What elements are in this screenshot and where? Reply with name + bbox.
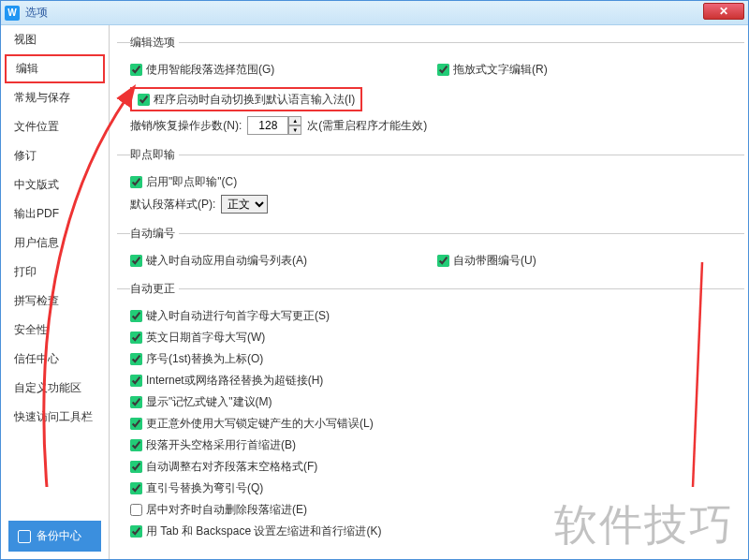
label-autocorrect-4: 显示"记忆式键入"建议(M) (146, 393, 272, 410)
group-auto-correct: 自动更正 键入时自动进行句首字母大写更正(S)英文日期首字母大写(W)序号(1s… (117, 281, 744, 544)
window-body: 视图编辑常规与保存文件位置修订中文版式输出PDF用户信息打印拼写检查安全性信任中… (1, 25, 748, 559)
checkbox-autocorrect-8[interactable]: 直引号替换为弯引号(Q) (130, 479, 263, 496)
backup-icon (18, 530, 31, 543)
checkbox-autocorrect-3[interactable]: Internet或网络路径替换为超链接(H) (130, 372, 323, 389)
sidebar: 视图编辑常规与保存文件位置修订中文版式输出PDF用户信息打印拼写检查安全性信任中… (1, 25, 110, 559)
sidebar-item-9[interactable]: 拼写检查 (1, 287, 109, 316)
label-autocorrect-6: 段落开头空格采用行首缩进(B) (146, 436, 296, 453)
undo-steps-spinner[interactable]: ▲ ▼ (247, 116, 301, 135)
group-title: 即点即输 (130, 147, 179, 163)
content-pane: 编辑选项 使用智能段落选择范围(G) 拖放式文字编辑(R) 程序启动时自动切换到… (110, 25, 748, 559)
checkbox-circle-number[interactable]: 自动带圈编号(U) (437, 252, 536, 269)
sidebar-item-0[interactable]: 视图 (1, 25, 109, 54)
sidebar-item-5[interactable]: 中文版式 (1, 170, 109, 199)
checkbox-auto-switch-ime[interactable]: 程序启动时自动切换到默认语言输入法(I) (130, 87, 362, 111)
group-auto-number: 自动编号 键入时自动应用自动编号列表(A) 自动带圈编号(U) (117, 226, 744, 273)
spin-down[interactable]: ▼ (288, 125, 301, 135)
group-title: 编辑选项 (130, 35, 179, 51)
label-undo-prefix: 撤销/恢复操作步数(N): (130, 117, 242, 134)
select-default-style[interactable]: 正文 (221, 195, 268, 214)
sidebar-item-6[interactable]: 输出PDF (1, 199, 109, 228)
label-autocorrect-0: 键入时自动进行句首字母大写更正(S) (146, 307, 330, 324)
checkbox-drag-edit[interactable]: 拖放式文字编辑(R) (437, 61, 548, 78)
sidebar-item-2[interactable]: 常规与保存 (1, 83, 109, 112)
checkbox-autocorrect-7[interactable]: 自动调整右对齐段落末空格格式(F) (130, 458, 317, 475)
label-undo-suffix: 次(需重启程序才能生效) (307, 117, 427, 134)
label-autocorrect-5: 更正意外使用大写锁定键产生的大小写错误(L) (146, 415, 374, 432)
close-button[interactable]: ✕ (703, 3, 744, 20)
label-autocorrect-3: Internet或网络路径替换为超链接(H) (146, 372, 323, 389)
checkbox-autocorrect-1[interactable]: 英文日期首字母大写(W) (130, 329, 265, 346)
label-smart-range: 使用智能段落选择范围(G) (146, 61, 274, 78)
options-window: W 选项 ✕ 视图编辑常规与保存文件位置修订中文版式输出PDF用户信息打印拼写检… (0, 0, 749, 560)
checkbox-apply-number-list[interactable]: 键入时自动应用自动编号列表(A) (130, 252, 307, 269)
sidebar-item-10[interactable]: 安全性 (1, 316, 109, 345)
checkbox-autocorrect-0[interactable]: 键入时自动进行句首字母大写更正(S) (130, 307, 330, 324)
checkbox-autocorrect-6[interactable]: 段落开头空格采用行首缩进(B) (130, 436, 296, 453)
sidebar-item-12[interactable]: 自定义功能区 (1, 374, 109, 403)
label-default-style: 默认段落样式(P): (130, 196, 215, 213)
sidebar-item-7[interactable]: 用户信息 (1, 228, 109, 258)
sidebar-item-13[interactable]: 快速访问工具栏 (1, 403, 109, 432)
checkbox-autocorrect-9[interactable]: 居中对齐时自动删除段落缩进(E) (130, 501, 307, 518)
group-edit-options: 编辑选项 使用智能段落选择范围(G) 拖放式文字编辑(R) 程序启动时自动切换到… (117, 35, 744, 140)
sidebar-item-4[interactable]: 修订 (1, 141, 109, 170)
label-enable-click-type: 启用"即点即输"(C) (146, 173, 237, 190)
checkbox-autocorrect-10[interactable]: 用 Tab 和 Backspace 设置左缩进和首行缩进(K) (130, 523, 381, 539)
sidebar-item-3[interactable]: 文件位置 (1, 112, 109, 141)
label-auto-switch-ime: 程序启动时自动切换到默认语言输入法(I) (154, 91, 355, 108)
group-click-type: 即点即输 启用"即点即输"(C) 默认段落样式(P): 正文 (117, 147, 744, 218)
sidebar-item-8[interactable]: 打印 (1, 258, 109, 287)
label-apply-number-list: 键入时自动应用自动编号列表(A) (146, 252, 307, 269)
label-autocorrect-2: 序号(1st)替换为上标(O) (146, 350, 263, 367)
spin-up[interactable]: ▲ (288, 116, 301, 125)
sidebar-item-11[interactable]: 信任中心 (1, 345, 109, 374)
label-autocorrect-10: 用 Tab 和 Backspace 设置左缩进和首行缩进(K) (146, 523, 381, 539)
checkbox-autocorrect-5[interactable]: 更正意外使用大写锁定键产生的大小写错误(L) (130, 415, 374, 432)
label-autocorrect-9: 居中对齐时自动删除段落缩进(E) (146, 501, 307, 518)
checkbox-autocorrect-2[interactable]: 序号(1st)替换为上标(O) (130, 350, 263, 367)
sidebar-item-1[interactable]: 编辑 (5, 54, 105, 83)
checkbox-smart-range[interactable]: 使用智能段落选择范围(G) (130, 61, 274, 78)
group-title: 自动更正 (130, 281, 179, 297)
label-circle-number: 自动带圈编号(U) (453, 252, 536, 269)
label-autocorrect-7: 自动调整右对齐段落末空格格式(F) (146, 458, 317, 475)
titlebar: W 选项 ✕ (1, 1, 748, 25)
backup-label: 备份中心 (37, 528, 81, 544)
checkbox-enable-click-type[interactable]: 启用"即点即输"(C) (130, 173, 237, 190)
label-autocorrect-1: 英文日期首字母大写(W) (146, 329, 265, 346)
undo-steps-input[interactable] (247, 116, 288, 135)
group-title: 自动编号 (130, 226, 179, 242)
backup-center-button[interactable]: 备份中心 (8, 521, 101, 552)
label-drag-edit: 拖放式文字编辑(R) (453, 61, 548, 78)
window-title: 选项 (25, 5, 48, 21)
app-icon: W (5, 6, 20, 21)
label-autocorrect-8: 直引号替换为弯引号(Q) (146, 479, 263, 496)
checkbox-autocorrect-4[interactable]: 显示"记忆式键入"建议(M) (130, 393, 272, 410)
